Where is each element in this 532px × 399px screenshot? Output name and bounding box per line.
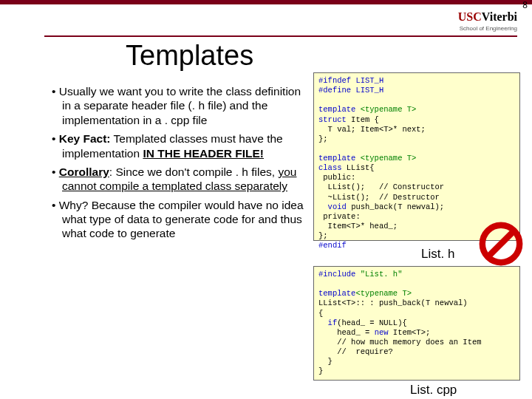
bullet-3: Corollary: Since we don't compile . h fi… (52, 165, 307, 194)
code-line: } (318, 357, 332, 366)
bullet-3-text: : Since we don't compile . h files, (109, 166, 279, 178)
code-generic: <typename T> (355, 289, 412, 298)
code-generic: <typename T> (361, 105, 417, 114)
bullet-1: Usually we want you to write the class d… (52, 84, 307, 127)
code-text (318, 202, 328, 211)
code-generic: <typename T> (361, 154, 417, 163)
code-line: // require? (318, 347, 393, 356)
code-text: (head_ = NULL){ (337, 318, 407, 327)
code-line: #define LIST_H (318, 86, 383, 95)
logo-block: USCViterbi School of Engineering (458, 10, 517, 32)
code-line: #endif (318, 241, 347, 250)
header-stripe (0, 0, 532, 4)
code-line: T val; Item<T>* next; (318, 125, 426, 134)
code-kw: template (318, 154, 361, 163)
logo-subtitle: School of Engineering (458, 25, 517, 32)
logo-usc: USC (458, 10, 482, 23)
code-kw: if (328, 318, 338, 327)
code-line: private: (318, 212, 361, 221)
code-line: ~LList(); // Destructor (318, 193, 440, 202)
bullet-2-emph: IN THE HEADER FILE! (143, 147, 264, 160)
code-kw: template (318, 105, 361, 114)
code-kw: class (318, 163, 342, 172)
code-cpp-filename: List. cpp (410, 383, 457, 398)
code-line: }; (318, 134, 328, 143)
code-text: push_back(T newval); (347, 202, 444, 211)
code-kw: #include (318, 270, 361, 279)
code-line: #ifndef LIST_H (318, 76, 383, 85)
code-line: } (318, 366, 323, 375)
slide-title: Templates (126, 40, 253, 72)
code-string: "List. h" (361, 270, 403, 279)
code-text: head_ = (318, 328, 375, 337)
bullet-4: Why? Because the compiler would have no … (52, 198, 307, 241)
code-text (318, 318, 328, 327)
code-text: Item { (347, 115, 379, 124)
code-line: // how much memory does an Item (318, 338, 482, 347)
header-rule (44, 35, 517, 37)
code-kw: template (318, 289, 355, 298)
code-line: Item<T>* head_; (318, 222, 398, 231)
logo-text: USCViterbi (458, 10, 517, 24)
forbidden-icon (479, 222, 523, 266)
logo-viterbi: Viterbi (482, 10, 517, 23)
code-cpp-box: #include "List. h" template<typename T> … (313, 266, 520, 381)
page-number: 8 (522, 0, 528, 10)
code-text: LList{ (342, 163, 375, 172)
code-line: }; (318, 231, 328, 240)
bullet-3-corollary: Corollary (59, 166, 109, 178)
bullet-2: Key Fact: Templated classes must have th… (52, 132, 307, 160)
svg-line-1 (488, 231, 514, 256)
code-kw: struct (318, 115, 347, 124)
code-line: public: (318, 173, 355, 182)
code-kw: void (328, 202, 347, 211)
bullet-2-keyfact: Key Fact: (59, 132, 111, 145)
code-header-filename: List. h (421, 247, 454, 262)
code-text: Item<T>; (389, 328, 431, 337)
code-kw: new (375, 328, 389, 337)
code-line: LList<T>:: : push_back(T newval) (318, 299, 468, 307)
code-header-box: #ifndef LIST_H #define LIST_H template <… (313, 72, 520, 241)
bullet-list: Usually we want you to write the class d… (52, 84, 307, 245)
code-line: LList(); // Constructor (318, 183, 444, 191)
code-line: { (318, 309, 323, 318)
